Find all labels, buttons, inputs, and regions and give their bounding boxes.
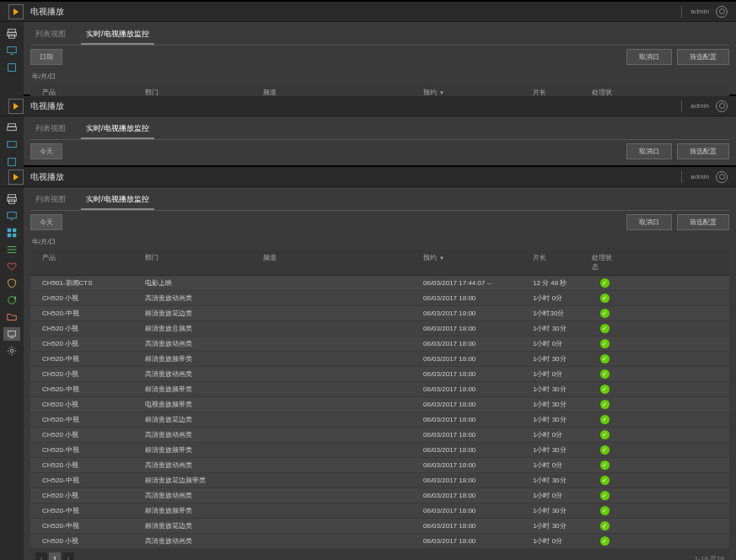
tab-list[interactable]: 列表视图 xyxy=(30,25,71,45)
monitor-icon[interactable] xyxy=(3,209,20,223)
user-label: admin xyxy=(690,8,709,15)
status-ok-icon xyxy=(600,309,610,318)
date-dropdown[interactable]: 日期 xyxy=(30,49,62,65)
col-name[interactable]: 产品 xyxy=(35,253,145,272)
monitor-icon[interactable] xyxy=(3,44,20,57)
window-header: 电视播放 admin xyxy=(0,96,736,116)
date-dropdown[interactable]: 今天 xyxy=(30,214,62,230)
status-ok-icon xyxy=(600,415,610,424)
tab-monitor[interactable]: 实时/电视播放监控 xyxy=(81,120,154,139)
status-ok-icon xyxy=(600,293,610,303)
table-row[interactable]: CH520 小视 高清贵族动画类 06/03/2017 18:00 1小时 0分 xyxy=(30,458,729,473)
status-ok-icon xyxy=(600,385,610,394)
table-row[interactable]: CH520-中视 标清贵族花边类 06/03/2017 18:00 1小时30分 xyxy=(30,306,729,321)
filter-button[interactable]: 筛选配置 xyxy=(677,214,729,230)
table-row[interactable]: CH520 小视 高清贵族动画类 06/03/2017 18:00 1小时 0分 xyxy=(30,534,729,549)
tab-monitor[interactable]: 实时/电视播放监控 xyxy=(81,25,154,45)
table-row[interactable]: CH520-中视 标清贵族花边类 06/03/2017 18:00 1小时 30… xyxy=(30,412,729,428)
table-row[interactable]: CH520 小视 高清贵族动画类 06/03/2017 18:00 1小时 0分 xyxy=(30,428,729,443)
status-ok-icon xyxy=(600,278,610,288)
status-ok-icon xyxy=(600,491,610,500)
app-logo xyxy=(8,99,24,114)
app-logo xyxy=(8,4,24,19)
status-ok-icon xyxy=(600,460,610,470)
shield-icon[interactable] xyxy=(3,277,20,290)
tab-list[interactable]: 列表视图 xyxy=(30,191,71,210)
table-row[interactable]: CH520-中视 标清贵族花边频带类 06/03/2017 18:00 1小时 … xyxy=(30,473,729,488)
status-ok-icon xyxy=(600,339,610,348)
page-1[interactable]: 1 xyxy=(49,552,61,560)
page-prev[interactable]: ‹ xyxy=(35,552,47,560)
status-ok-icon xyxy=(600,400,610,409)
list-icon[interactable] xyxy=(3,243,20,256)
svg-rect-16 xyxy=(13,229,16,232)
app-title: 电视播放 xyxy=(30,6,64,18)
svg-rect-23 xyxy=(8,331,16,337)
table-row[interactable]: CH520 小视 标清贵族音频类 06/03/2017 18:00 1小时 30… xyxy=(30,321,729,337)
tab-list[interactable]: 列表视图 xyxy=(30,120,71,139)
svg-rect-17 xyxy=(8,234,11,237)
status-ok-icon xyxy=(600,521,610,530)
reset-button[interactable]: 取消日 xyxy=(626,49,672,65)
table-row[interactable]: CH520 小视 高清贵族动画类 06/03/2017 18:00 1小时 0分 xyxy=(30,488,729,503)
data-table: 产品 部门 频道 预约▼ 片长 处理状态 CH501-新闻CTS 电影上映 06… xyxy=(30,250,729,560)
grid-icon[interactable] xyxy=(3,226,20,240)
user-icon[interactable] xyxy=(716,100,728,112)
filter-button[interactable]: 筛选配置 xyxy=(677,49,729,65)
printer-icon[interactable] xyxy=(3,192,20,206)
svg-rect-0 xyxy=(8,30,16,33)
printer-icon[interactable] xyxy=(3,27,20,40)
date-dropdown[interactable]: 今天 xyxy=(30,143,62,159)
svg-rect-7 xyxy=(8,127,17,130)
svg-rect-9 xyxy=(8,159,16,166)
sort-icon: ▼ xyxy=(439,90,444,95)
svg-rect-8 xyxy=(8,142,17,148)
table-row[interactable]: CH520 小视 高清贵族动画类 06/03/2017 18:00 1小时 0分 xyxy=(30,337,729,352)
user-icon[interactable] xyxy=(716,171,728,183)
monitor-icon[interactable] xyxy=(3,138,20,152)
user-label: admin xyxy=(690,173,709,180)
table-row[interactable]: CH520-中视 标清贵族频带类 06/03/2017 18:00 1小时 30… xyxy=(30,382,729,397)
svg-rect-5 xyxy=(8,64,16,72)
gear-icon[interactable] xyxy=(3,344,20,358)
heart-icon[interactable] xyxy=(3,260,20,273)
screen-icon[interactable] xyxy=(3,61,20,74)
table-row[interactable]: CH520-中视 标清贵族频带类 06/03/2017 18:00 1小时 30… xyxy=(30,503,729,519)
reset-button[interactable]: 取消日 xyxy=(626,214,672,230)
filter-button[interactable]: 筛选配置 xyxy=(677,143,729,159)
status-ok-icon xyxy=(600,354,610,363)
svg-rect-15 xyxy=(8,229,11,232)
status-ok-icon xyxy=(600,536,610,546)
page-next[interactable]: › xyxy=(62,552,74,560)
sidebar xyxy=(0,187,24,560)
col-date[interactable]: 预约▼ xyxy=(423,253,533,272)
folder-icon[interactable] xyxy=(3,310,20,324)
pagination: ‹ 1 › 1-18 共18 xyxy=(30,549,729,560)
tv-icon[interactable] xyxy=(3,327,20,341)
date-label: 年/月/日 xyxy=(30,68,729,84)
table-row[interactable]: CH520 小视 高清贵族动画类 06/03/2017 18:00 1小时 0分 xyxy=(30,367,729,382)
col-channel[interactable]: 频道 xyxy=(263,253,423,272)
reset-button[interactable]: 取消日 xyxy=(626,143,672,159)
printer-icon[interactable] xyxy=(3,121,20,135)
table-row[interactable]: CH520 小视 电视贵族频带类 06/03/2017 18:00 1小时 30… xyxy=(30,397,729,412)
refresh-icon[interactable] xyxy=(3,293,20,307)
tab-monitor[interactable]: 实时/电视播放监控 xyxy=(81,191,154,210)
tabs: 列表视图 实时/电视播放监控 xyxy=(30,25,729,46)
svg-point-25 xyxy=(10,349,13,353)
user-label: admin xyxy=(690,102,709,110)
table-row[interactable]: CH520 小视 高清贵族动画类 06/03/2017 18:00 1小时 0分 xyxy=(30,291,729,306)
table-row[interactable]: CH520-中视 标清贵族花边类 06/03/2017 18:00 1小时 30… xyxy=(30,519,729,534)
table-row[interactable]: CH520-中视 标清贵族频带类 06/03/2017 18:00 1小时 30… xyxy=(30,352,729,367)
col-status[interactable]: 处理状态 xyxy=(592,253,617,272)
date-label: 年/月/日 xyxy=(30,234,729,250)
user-icon[interactable] xyxy=(716,6,728,18)
svg-rect-13 xyxy=(8,213,17,218)
col-category[interactable]: 部门 xyxy=(145,253,263,272)
table-row[interactable]: CH501-新闻CTS 电影上映 06/03/2017 17:44:07 -- … xyxy=(30,276,729,291)
sort-desc-icon: ▼ xyxy=(439,256,444,261)
svg-rect-10 xyxy=(8,195,16,198)
col-duration[interactable]: 片长 xyxy=(533,253,592,272)
app-logo xyxy=(8,170,24,185)
table-row[interactable]: CH520-中视 标清贵族频带类 06/03/2017 18:00 1小时 30… xyxy=(30,443,729,458)
